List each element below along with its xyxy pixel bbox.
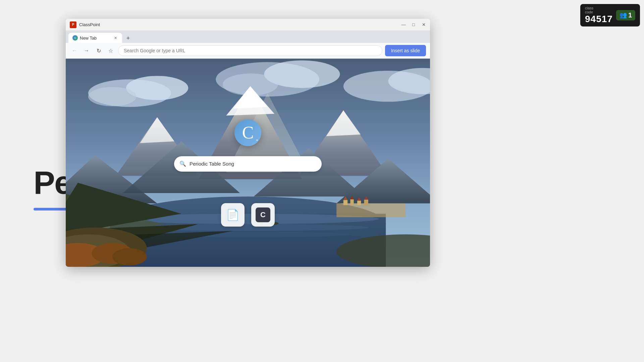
forward-button[interactable]: → bbox=[82, 46, 91, 55]
address-bar[interactable] bbox=[118, 45, 382, 56]
back-button[interactable]: ← bbox=[70, 46, 79, 55]
insert-as-slide-button[interactable]: Insert as slide bbox=[385, 45, 426, 56]
users-badge: 👥 1 bbox=[616, 10, 635, 20]
close-button[interactable]: ✕ bbox=[421, 22, 426, 27]
users-count: 1 bbox=[628, 11, 632, 19]
browser-window: P ClassPoint — □ ✕ G New Tab ✕ + ← → ↻ ☆ bbox=[66, 19, 430, 267]
new-tab-button[interactable]: + bbox=[123, 34, 133, 43]
quick-access-bar: 📄 C bbox=[221, 203, 275, 227]
titlebar-left: P ClassPoint bbox=[70, 21, 100, 28]
reload-button[interactable]: ↻ bbox=[94, 46, 103, 55]
svg-rect-30 bbox=[343, 200, 347, 205]
classpoint-logo: P bbox=[70, 21, 76, 28]
bookmark-icon: ☆ bbox=[108, 48, 113, 54]
browser-toolbar: ← → ↻ ☆ Insert as slide bbox=[66, 43, 430, 59]
classpoint-badge: classcode 94517 👥 1 bbox=[580, 4, 640, 26]
forward-icon: → bbox=[84, 48, 89, 54]
class-code-section: classcode 94517 bbox=[585, 6, 613, 24]
quick-icon-classpoint[interactable]: C bbox=[251, 203, 275, 227]
newtab-logo-dot: • bbox=[256, 137, 258, 143]
browser-content: C • 🔍 📄 C bbox=[66, 59, 430, 267]
back-icon: ← bbox=[72, 48, 77, 54]
maximize-button[interactable]: □ bbox=[411, 22, 416, 27]
titlebar-controls: — □ ✕ bbox=[401, 22, 426, 27]
newtab-searchbox[interactable]: 🔍 bbox=[174, 156, 322, 172]
bookmark-button[interactable]: ☆ bbox=[106, 46, 115, 55]
browser-titlebar: P ClassPoint — □ ✕ bbox=[66, 19, 430, 31]
svg-rect-36 bbox=[364, 200, 368, 205]
browser-tabbar: G New Tab ✕ + bbox=[66, 31, 430, 43]
users-icon: 👥 bbox=[620, 11, 627, 19]
svg-rect-34 bbox=[357, 201, 361, 205]
newtab-logo: C • bbox=[234, 119, 261, 146]
classpoint-c-letter: C bbox=[260, 210, 266, 219]
class-code-label: classcode bbox=[585, 6, 593, 14]
svg-rect-29 bbox=[336, 203, 406, 217]
quick-icon-docs[interactable]: 📄 bbox=[221, 203, 245, 227]
classpoint-app-title: ClassPoint bbox=[79, 22, 100, 27]
newtab-search-input[interactable] bbox=[190, 161, 316, 167]
tab-label: New Tab bbox=[80, 36, 97, 41]
newtab-search-icon: 🔍 bbox=[179, 161, 186, 167]
reload-icon: ↻ bbox=[97, 48, 101, 54]
tab-close-button[interactable]: ✕ bbox=[113, 35, 118, 41]
classpoint-quick-icon: C bbox=[256, 207, 270, 222]
svg-rect-32 bbox=[350, 199, 354, 205]
svg-point-44 bbox=[112, 248, 147, 265]
tab-favicon: G bbox=[72, 35, 78, 41]
active-tab[interactable]: G New Tab ✕ bbox=[68, 33, 122, 43]
docs-icon: 📄 bbox=[226, 208, 239, 221]
minimize-button[interactable]: — bbox=[401, 22, 406, 27]
class-code-number: 94517 bbox=[585, 14, 613, 24]
address-input[interactable] bbox=[124, 48, 377, 53]
svg-point-3 bbox=[88, 87, 137, 106]
newtab-logo-letter: C bbox=[242, 123, 254, 142]
classpoint-logo-letter: P bbox=[72, 23, 74, 26]
